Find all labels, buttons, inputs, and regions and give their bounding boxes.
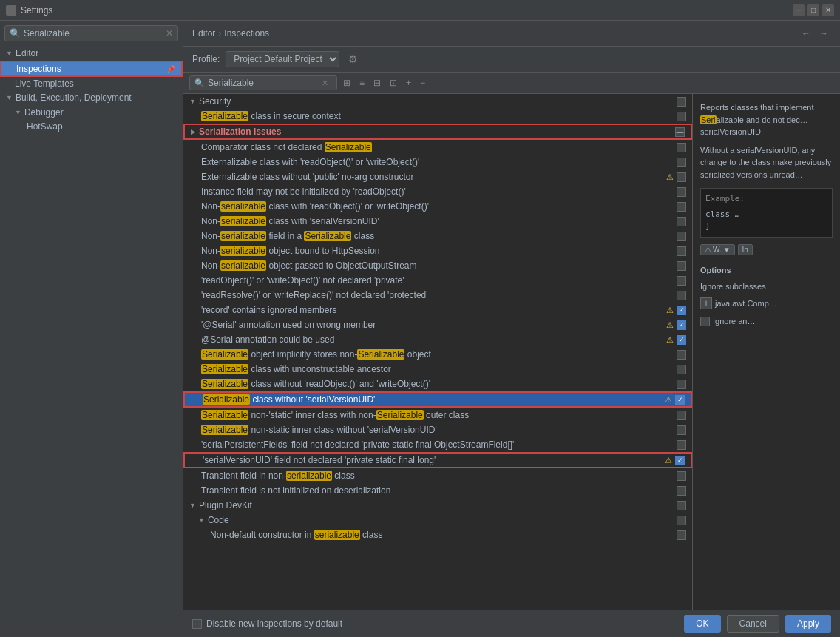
- title-bar: Settings ─ □ ✕: [0, 0, 840, 21]
- inspection-item-serialversionuid-field[interactable]: 'serialVersionUID' field not declared 'p…: [183, 452, 692, 468]
- inspection-item-comparator[interactable]: Comparator class not declared Serializab…: [183, 140, 692, 155]
- cancel-button[interactable]: Cancel: [727, 615, 779, 633]
- inspection-item-nonstatic-without[interactable]: Serializable non-static inner class with…: [183, 422, 692, 437]
- checkbox-non-serial-field[interactable]: [677, 232, 686, 241]
- checkbox-externalizable-ro[interactable]: [677, 158, 686, 167]
- checkbox-secure[interactable]: [677, 112, 686, 121]
- sidebar-group-build[interactable]: ▼ Build, Execution, Deployment: [0, 90, 183, 105]
- disable-inspections-checkbox[interactable]: [192, 619, 202, 629]
- expand-all-button[interactable]: ≡: [356, 76, 368, 90]
- inspection-item-transient-non[interactable]: Transient field in non-serializable clas…: [183, 468, 692, 483]
- sidebar-item-live-templates[interactable]: Live Templates: [0, 77, 183, 90]
- inspection-item-serial-annotation[interactable]: '@Serial' annotation used on wrong membe…: [183, 317, 692, 332]
- inspection-item-serial-versionuid[interactable]: Serializable class without 'serialVersio…: [183, 391, 692, 408]
- checkbox-non-serial-http[interactable]: [677, 246, 686, 256]
- checkbox-comparator[interactable]: [677, 143, 686, 152]
- nav-forward-button[interactable]: →: [816, 27, 831, 40]
- inspection-item-record[interactable]: 'record' contains ignored members ⚠ ✓: [183, 303, 692, 317]
- checkbox-serial-versionuid[interactable]: ✓: [675, 395, 685, 405]
- inspection-item-externalizable-ro[interactable]: Externalizable class with 'readObject()'…: [183, 155, 692, 169]
- inspection-item-non-serial-field[interactable]: Non-serializable field in a Serializable…: [183, 229, 692, 243]
- apply-button[interactable]: Apply: [785, 615, 831, 633]
- checkbox-non-default[interactable]: [677, 530, 686, 540]
- inspection-item-instance-field[interactable]: Instance field may not be initialized by…: [183, 184, 692, 199]
- inspection-item-non-default[interactable]: Non-default constructor in serializable …: [183, 528, 692, 542]
- checkbox-record[interactable]: ✓: [677, 306, 686, 315]
- checkbox-externalizable-pub[interactable]: [677, 172, 686, 182]
- filter-clear-icon[interactable]: ✕: [322, 78, 328, 88]
- inspection-item-transient-init[interactable]: Transient field is not initialized on de…: [183, 483, 692, 498]
- inspection-item-serializable-secure[interactable]: Serializable class in secure context: [183, 109, 692, 124]
- checkbox-nonstatic-inner[interactable]: [677, 411, 686, 420]
- inspection-item-externalizable-pub[interactable]: Externalizable class without 'public' no…: [183, 169, 692, 184]
- ok-button[interactable]: OK: [684, 615, 720, 633]
- checkbox-nonstatic-without[interactable]: [677, 425, 686, 435]
- checkbox-serial-could[interactable]: ✓: [677, 335, 686, 345]
- sidebar-search-box[interactable]: 🔍 ✕: [4, 25, 178, 41]
- inspection-item-non-serial-ver[interactable]: Non-serializable class with 'serialVersi…: [183, 214, 692, 229]
- group-code[interactable]: ▼ Code: [183, 513, 692, 528]
- checkbox-readresolve[interactable]: [677, 291, 686, 300]
- window-controls[interactable]: ─ □ ✕: [793, 4, 834, 16]
- security-checkbox[interactable]: [677, 97, 686, 107]
- disable-new-inspections-label[interactable]: Disable new inspections by default: [192, 619, 342, 629]
- checkbox-transient-non[interactable]: [677, 471, 686, 481]
- group-serialization[interactable]: ▶ Serialization issues —: [183, 124, 692, 140]
- close-button[interactable]: ✕: [822, 4, 834, 16]
- checkbox-non-serial-oos[interactable]: [677, 261, 686, 271]
- inspection-item-serial-without-ro[interactable]: Serializable class without 'readObject()…: [183, 377, 692, 391]
- item-text-serial-annotation: '@Serial' annotation used on wrong membe…: [201, 320, 666, 330]
- code-checkbox[interactable]: [677, 516, 686, 525]
- item-icons-serial-unconstructable: [677, 365, 686, 374]
- minimize-button[interactable]: ─: [793, 4, 805, 16]
- checkbox-non-serial-ver[interactable]: [677, 217, 686, 226]
- item-icons-transient-init: [677, 486, 686, 496]
- profile-select[interactable]: Project Default Project: [226, 51, 339, 67]
- group-security[interactable]: ▼ Security: [183, 94, 692, 109]
- sidebar-group-debugger[interactable]: ▼ Debugger: [0, 105, 183, 120]
- checkbox-transient-init[interactable]: [677, 486, 686, 496]
- group-button[interactable]: ⊡: [387, 76, 400, 90]
- checkbox-instance-field[interactable]: [677, 187, 686, 197]
- checkbox-serial-implicit[interactable]: [677, 350, 686, 360]
- group-plugin-devkit[interactable]: ▼ Plugin DevKit: [183, 498, 692, 513]
- inspection-item-non-serial-http[interactable]: Non-serializable object bound to HttpSes…: [183, 243, 692, 258]
- inspection-item-serial-unconstructable[interactable]: Serializable class with unconstructable …: [183, 362, 692, 377]
- severity-warning-button[interactable]: ⚠ W. ▼: [700, 244, 735, 255]
- ignore-an-checkbox[interactable]: [700, 317, 710, 326]
- inspection-item-serial-could[interactable]: @Serial annotation could be used ⚠ ✓: [183, 332, 692, 347]
- checkbox-serialversionuid-field[interactable]: ✓: [675, 456, 685, 465]
- item-icons-transient-non: [677, 471, 686, 481]
- sidebar-search-clear-icon[interactable]: ✕: [166, 28, 173, 38]
- sidebar-group-editor[interactable]: ▼ Editor: [0, 46, 183, 61]
- add-ignore-button[interactable]: +: [700, 297, 712, 309]
- sidebar-search-input[interactable]: [24, 28, 163, 38]
- checkbox-serialpersistent[interactable]: [677, 440, 686, 450]
- inspection-item-serial-implicit[interactable]: Serializable object implicitly stores no…: [183, 347, 692, 362]
- inspection-item-non-serial-oos[interactable]: Non-serializable object passed to Object…: [183, 258, 692, 273]
- checkbox-serial-annotation[interactable]: ✓: [677, 320, 686, 330]
- inspection-item-nonstatic-inner[interactable]: Serializable non-'static' inner class wi…: [183, 408, 692, 422]
- scope-button[interactable]: In: [738, 244, 753, 255]
- filter-search-input[interactable]: [208, 78, 319, 88]
- inspection-item-readresolve[interactable]: 'readResolve()' or 'writeReplace()' not …: [183, 288, 692, 303]
- filter-button[interactable]: ⊞: [340, 76, 353, 90]
- plugin-checkbox[interactable]: [677, 501, 686, 510]
- add-button[interactable]: +: [403, 76, 414, 90]
- checkbox-serial-without-ro[interactable]: [677, 380, 686, 389]
- checkbox-non-serial-ro[interactable]: [677, 202, 686, 212]
- checkbox-readobject-private[interactable]: [677, 276, 686, 286]
- sidebar-item-inspections[interactable]: Inspections 📌: [0, 61, 183, 77]
- inspection-item-serialpersistent[interactable]: 'serialPersistentFields' field not decla…: [183, 437, 692, 452]
- collapse-all-button[interactable]: ⊟: [370, 76, 384, 90]
- sidebar-item-hotswap[interactable]: HotSwap: [0, 120, 183, 133]
- filter-search-box[interactable]: 🔍 ✕: [189, 75, 337, 90]
- inspection-item-non-serial-ro[interactable]: Non-serializable class with 'readObject(…: [183, 199, 692, 214]
- maximize-button[interactable]: □: [807, 4, 819, 16]
- remove-button[interactable]: −: [417, 76, 428, 90]
- profile-gear-button[interactable]: ⚙: [345, 52, 361, 67]
- checkbox-serial-unconstructable[interactable]: [677, 365, 686, 374]
- serialization-checkbox[interactable]: —: [675, 127, 685, 137]
- nav-back-button[interactable]: ←: [799, 27, 813, 40]
- inspection-item-readobject-private[interactable]: 'readObject()' or 'writeObject()' not de…: [183, 273, 692, 288]
